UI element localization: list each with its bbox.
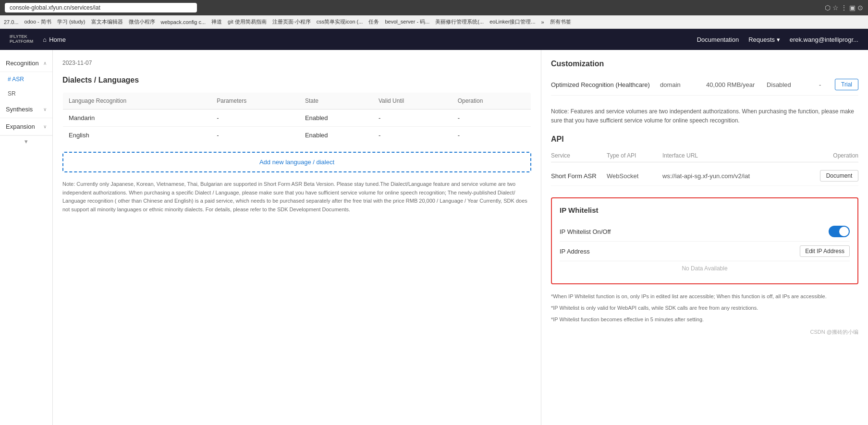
main-area: Recognition ∧ # ASR SR Synthesis ∨ Expan…: [0, 50, 868, 425]
requests-link[interactable]: Requests ▾: [748, 36, 780, 43]
row2-state: Enabled: [299, 127, 373, 144]
row2-language: English: [63, 127, 211, 144]
bookmark-7[interactable]: 禅道: [211, 18, 222, 25]
top-nav: IFLYTEK PLATFORM ⌂ Home Documentation Re…: [0, 29, 868, 50]
language-table: Language Recognition Parameters State Va…: [62, 92, 531, 144]
home-label: Home: [49, 36, 66, 43]
sidebar-sr[interactable]: SR: [0, 86, 52, 101]
browser-icons: ⬡ ☆ ⋮ ▣ ⊙: [825, 4, 863, 12]
more-bookmarks[interactable]: »: [541, 19, 544, 25]
customization-section: Customization Optimized Recognition (Hea…: [551, 60, 858, 96]
row2-operation: -: [452, 127, 531, 144]
api-header-operation: Operation: [820, 152, 858, 159]
row2-valid: -: [373, 127, 452, 144]
api-data-row: Short Form ASR WebSocket ws://iat-api-sg…: [551, 166, 858, 186]
footer-note-3: *IP Whitelist function becomes effective…: [551, 315, 858, 325]
trial-button[interactable]: Trial: [835, 79, 858, 90]
api-type-value: WebSocket: [607, 172, 655, 180]
synthesis-label: Synthesis: [6, 106, 33, 113]
sidebar-more[interactable]: ▾: [0, 135, 52, 147]
expansion-chevron: ∨: [43, 124, 47, 129]
row1-state: Enabled: [299, 109, 373, 127]
synthesis-chevron: ∨: [43, 107, 47, 112]
top-nav-right: Documentation Requests ▾ erek.wang@intel…: [697, 36, 858, 43]
bookmarks-bar: 27.0... odoo - 简书 学习 (study) 富文本编辑器 微信小程…: [0, 15, 868, 29]
sidebar-recognition[interactable]: Recognition ∧: [0, 55, 52, 72]
recognition-label: Recognition: [6, 60, 39, 67]
api-section: API Service Type of API Interface URL Op…: [551, 135, 858, 186]
sidebar-expansion[interactable]: Expansion ∨: [0, 118, 52, 135]
api-service-name: Short Form ASR: [551, 172, 599, 180]
api-header-url: Interface URL: [662, 152, 812, 159]
bookmark-12[interactable]: bevol_server - 码...: [385, 18, 429, 25]
add-language-button[interactable]: Add new language / dialect: [62, 152, 531, 172]
api-header-type: Type of API: [607, 152, 655, 159]
sidebar-synthesis[interactable]: Synthesis ∨: [0, 101, 52, 118]
row1-language: Mandarin: [63, 109, 211, 127]
app-container: IFLYTEK PLATFORM ⌂ Home Documentation Re…: [0, 29, 868, 425]
dialect-note: Note: Currently only Japanese, Korean, V…: [62, 180, 531, 214]
feature-row: Optimized Recognition (Healthcare) domai…: [551, 74, 858, 96]
bookmark-5[interactable]: 微信小程序: [129, 18, 155, 25]
bookmark-13[interactable]: 美丽修行管理系统(...: [435, 18, 484, 25]
col-language-recognition: Language Recognition: [63, 93, 211, 109]
bookmark-2[interactable]: odoo - 简书: [24, 18, 51, 25]
col-state: State: [299, 93, 373, 109]
col-operation: Operation: [452, 93, 531, 109]
bookmark-6[interactable]: webpack.config c...: [161, 19, 206, 25]
ip-on-off-row: IP Whitelist On/Off: [560, 222, 850, 242]
api-header-row: Service Type of API Interface URL Operat…: [551, 149, 858, 162]
bookmark-10[interactable]: css简单实现icon (...: [317, 18, 363, 25]
all-bookmarks[interactable]: 所有书签: [550, 18, 571, 25]
api-title: API: [551, 135, 858, 144]
row1-parameters: -: [211, 109, 299, 127]
recognition-chevron: ∧: [43, 61, 47, 66]
bookmark-14[interactable]: eoLinker接口管理...: [489, 18, 535, 25]
csdn-watermark: CSDN @搬砖的小编: [551, 328, 858, 336]
requests-chevron: ▾: [777, 36, 780, 43]
footer-note-2: *IP Whitelist is only valid for WebAPI c…: [551, 304, 858, 313]
customization-title: Customization: [551, 60, 858, 68]
right-panel: Customization Optimized Recognition (Hea…: [541, 50, 868, 425]
feature-name: Optimized Recognition (Healthcare): [551, 81, 652, 88]
ip-whitelist-title: IP Whitelist: [560, 206, 850, 214]
footer-note-1: *When IP Whitelist function is on, only …: [551, 292, 858, 302]
feature-dash: -: [813, 81, 827, 88]
bookmark-3[interactable]: 学习 (study): [57, 18, 86, 25]
user-menu[interactable]: erek.wang@intelliprogr...: [790, 36, 858, 43]
ip-on-off-label: IP Whitelist On/Off: [560, 228, 611, 235]
documentation-link[interactable]: Documentation: [697, 36, 739, 43]
col-parameters: Parameters: [211, 93, 299, 109]
left-panel: 2023-11-07 Dialects / Languages Language…: [53, 50, 541, 425]
row2-parameters: -: [211, 127, 299, 144]
logo-line2: PLATFORM: [10, 39, 33, 44]
table-row: English - Enabled - -: [63, 127, 531, 144]
ip-whitelist-section: IP Whitelist IP Whitelist On/Off IP Addr…: [551, 197, 858, 284]
row1-valid: -: [373, 109, 452, 127]
bookmark-8[interactable]: git 使用简易指南: [228, 18, 267, 25]
ip-whitelist-toggle[interactable]: [829, 226, 850, 237]
api-header-service: Service: [551, 152, 599, 159]
ip-address-label: IP Address: [560, 248, 590, 255]
home-link[interactable]: ⌂ Home: [43, 36, 66, 43]
table-row: Mandarin - Enabled - -: [63, 109, 531, 127]
sidebar: Recognition ∧ # ASR SR Synthesis ∨ Expan…: [0, 50, 53, 425]
more-icon: ▾: [24, 138, 28, 145]
home-icon: ⌂: [43, 36, 47, 43]
bookmark-9[interactable]: 注册页面·小程序: [272, 18, 311, 25]
col-valid-until: Valid Until: [373, 93, 452, 109]
bookmark-11[interactable]: 任务: [368, 18, 379, 25]
no-data-text: No Data Available: [560, 261, 850, 276]
url-bar[interactable]: console-global.xfyun.cn/services/iat: [5, 3, 197, 12]
content-area: 2023-11-07 Dialects / Languages Language…: [53, 50, 868, 425]
logo: IFLYTEK PLATFORM: [10, 35, 33, 44]
document-button[interactable]: Document: [820, 170, 858, 182]
footer-notes: *When IP Whitelist function is on, only …: [551, 292, 858, 324]
bookmark-4[interactable]: 富文本编辑器: [91, 18, 123, 25]
edit-ip-address-button[interactable]: Edit IP Address: [800, 245, 850, 257]
sidebar-asr[interactable]: # ASR: [0, 72, 52, 86]
ip-address-row: IP Address Edit IP Address: [560, 242, 850, 261]
bookmark-1[interactable]: 27.0...: [4, 19, 19, 25]
dialects-title: Dialects / Languages: [62, 76, 531, 85]
api-url-value: ws://iat-api-sg.xf-yun.com/v2/iat: [662, 172, 812, 180]
